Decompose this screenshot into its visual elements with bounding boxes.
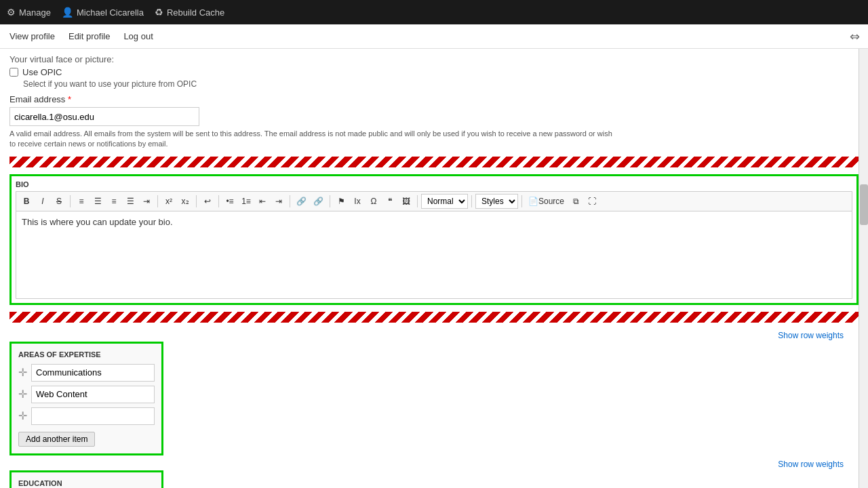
preview-btn[interactable]: ⧉ (568, 194, 583, 209)
use-opic-row: Use OPIC (9, 67, 859, 77)
sep9 (521, 195, 522, 207)
drag-handle-0[interactable]: ✛ (18, 366, 27, 379)
image-btn[interactable]: 🖼 (399, 194, 414, 209)
bio-section: Bio B I S ≡ ☰ ≡ ☰ ⇥ x² x₂ ↩ •≡ 1≡ ⇤ (9, 174, 859, 305)
superscript-btn[interactable]: x² (161, 194, 176, 209)
scrollbar[interactable] (859, 49, 868, 488)
sep8 (471, 195, 472, 207)
use-opic-checkbox[interactable] (9, 68, 18, 77)
areas-row: Areas of Expertise ✛ ✛ ✛ Add another ite… (9, 342, 844, 455)
use-opic-label: Use OPIC (22, 67, 62, 77)
drag-handle-2[interactable]: ✛ (18, 409, 27, 422)
drag-handle-1[interactable]: ✛ (18, 388, 27, 401)
email-label: Email address * (9, 94, 859, 104)
user-label: Michael Cicarella (77, 7, 144, 18)
manage-link[interactable]: ⚙ Manage (7, 7, 51, 18)
indent-btn[interactable]: ⇥ (139, 194, 154, 209)
source-btn[interactable]: 📄 Source (526, 194, 567, 209)
decrease-indent-btn[interactable]: ⇤ (255, 194, 270, 209)
content-area: Your virtual face or picture: Use OPIC S… (0, 49, 868, 488)
link-btn[interactable]: 🔗 (294, 194, 309, 209)
striped-divider-2 (9, 312, 859, 323)
show-row-weights-link-bio[interactable]: Show row weights (778, 331, 844, 340)
bio-content: This is where you can update your bio. (22, 217, 173, 227)
education-row: Education ✛ Add another item (9, 470, 844, 488)
areas-of-expertise-section: Areas of Expertise ✛ ✛ ✛ Add another ite… (9, 342, 163, 455)
sep4 (218, 195, 219, 207)
edit-profile-link[interactable]: Edit profile (67, 26, 111, 47)
user-link[interactable]: 👤 Michael Cicarella (62, 7, 144, 18)
unordered-list-btn[interactable]: •≡ (222, 194, 237, 209)
show-row-weights-link-edu[interactable]: Show row weights (778, 460, 844, 469)
sep7 (417, 195, 418, 207)
area-input-0[interactable] (31, 364, 155, 382)
striped-divider-1 (9, 157, 859, 167)
sep1 (70, 195, 71, 207)
area-row-0: ✛ (18, 364, 155, 382)
user-icon: 👤 (62, 7, 73, 18)
secondary-nav: View profile Edit profile Log out ⇔ (0, 24, 868, 49)
show-row-weights-edu: Show row weights (9, 458, 844, 470)
strikethrough-btn[interactable]: S (52, 194, 66, 209)
bio-title: Bio (16, 180, 852, 188)
education-section: Education ✛ Add another item (9, 470, 163, 488)
page-wrapper: Your virtual face or picture: Use OPIC S… (0, 49, 868, 488)
subscript-btn[interactable]: x₂ (178, 194, 193, 209)
top-bar: ⚙ Manage 👤 Michael Cicarella ♻ Rebuild C… (0, 0, 868, 24)
rebuild-icon: ♻ (155, 7, 163, 18)
editor-toolbar: B I S ≡ ☰ ≡ ☰ ⇥ x² x₂ ↩ •≡ 1≡ ⇤ ⇥ � (16, 191, 852, 211)
email-hint: A valid email address. All emails from t… (9, 129, 620, 150)
remove-format-btn[interactable]: Ix (350, 194, 365, 209)
align-right-btn[interactable]: ≡ (106, 194, 121, 209)
blockquote-btn[interactable]: ❝ (382, 194, 397, 209)
rebuild-cache-label: Rebuild Cache (167, 7, 224, 18)
areas-title: Areas of Expertise (18, 350, 155, 359)
styles-select[interactable]: Styles (475, 194, 518, 209)
fullscreen-btn[interactable]: ⛶ (585, 194, 599, 209)
sep6 (330, 195, 330, 207)
unlink-btn[interactable]: 🔗 (311, 194, 326, 209)
manage-icon: ⚙ (7, 7, 16, 18)
use-opic-hint: Select if you want to use your picture f… (23, 79, 859, 89)
paragraph-format-select[interactable]: Normal (421, 194, 468, 209)
add-area-button[interactable]: Add another item (18, 432, 95, 447)
area-input-2[interactable] (31, 407, 155, 425)
rebuild-cache-link[interactable]: ♻ Rebuild Cache (155, 7, 224, 18)
log-out-link[interactable]: Log out (122, 26, 154, 47)
source-icon: 📄 (528, 197, 538, 206)
ordered-list-btn[interactable]: 1≡ (239, 194, 254, 209)
scrollbar-thumb (860, 184, 868, 225)
area-row-2: ✛ (18, 407, 155, 425)
italic-btn[interactable]: I (35, 194, 50, 209)
virtual-face-label: Your virtual face or picture: (9, 54, 859, 64)
email-required: * (68, 94, 71, 104)
email-label-text: Email address (9, 94, 65, 104)
undo-btn[interactable]: ↩ (200, 194, 215, 209)
education-title: Education (18, 479, 155, 487)
area-row-1: ✛ (18, 386, 155, 403)
source-label: Source (538, 197, 564, 206)
flag-btn[interactable]: ⚑ (334, 194, 349, 209)
view-profile-link[interactable]: View profile (8, 26, 56, 47)
increase-indent-btn[interactable]: ⇥ (271, 194, 286, 209)
bio-editor-body[interactable]: This is where you can update your bio. (16, 211, 852, 299)
sep2 (157, 195, 158, 207)
align-center-btn[interactable]: ☰ (90, 194, 105, 209)
sep5 (290, 195, 290, 207)
sep3 (196, 195, 197, 207)
show-row-weights-bio: Show row weights (9, 329, 844, 342)
manage-label: Manage (19, 7, 51, 18)
align-left-btn[interactable]: ≡ (74, 194, 89, 209)
special-char-btn[interactable]: Ω (366, 194, 381, 209)
align-justify-btn[interactable]: ☰ (123, 194, 138, 209)
email-input[interactable] (9, 107, 199, 126)
area-input-1[interactable] (31, 386, 155, 403)
bold-btn[interactable]: B (19, 194, 34, 209)
collapse-icon[interactable]: ⇔ (850, 29, 860, 44)
